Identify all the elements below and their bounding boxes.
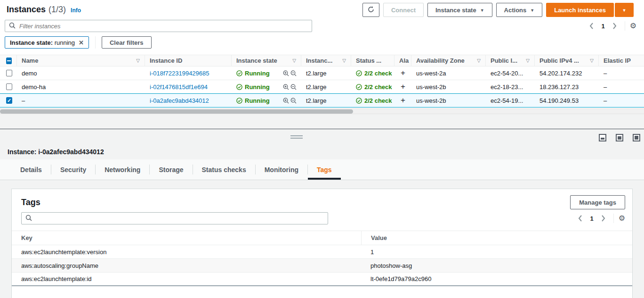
tab-storage[interactable]: Storage [150,159,192,180]
tab-tags[interactable]: Tags [308,159,341,180]
tags-table: Key Value aws:ec2launchtemplate:version … [12,231,632,286]
tags-search-input[interactable] [21,212,328,224]
horizontal-scrollbar[interactable] [0,108,644,114]
add-alarm-icon[interactable]: + [394,96,411,105]
tab-security[interactable]: Security [51,159,95,180]
zoom-in-icon[interactable] [283,84,289,90]
column-header-public-dns[interactable]: Public I...▽ [486,55,535,66]
filter-icon[interactable]: ▽ [136,58,140,63]
panel-resize-handle[interactable] [290,135,303,140]
filter-icon[interactable]: ▽ [526,58,530,63]
instance-id-link[interactable]: i-018f7223199429685 [150,70,209,77]
instances-pane: Instances (1/3) Info Connect Instance st… [0,0,644,129]
column-header-elastic-ip[interactable]: Elastic IP [599,55,644,66]
select-all-checkbox[interactable] [6,58,12,64]
column-header-instance-state[interactable]: Instance state▽ [232,55,301,66]
previous-page-button[interactable] [575,213,585,224]
next-page-button[interactable] [610,21,620,31]
instances-table-header: Name▽ Instance ID Instance state▽ Instan… [0,55,644,66]
check-circle-icon [356,98,362,104]
cell-name: demo-ha [17,83,145,91]
cell-public-ipv4: 18.236.127.23 [535,83,599,91]
scrollbar-thumb[interactable] [0,109,353,114]
row-checkbox[interactable]: ✓ [6,97,12,104]
actions-menu-label: Actions [504,7,527,14]
zoom-out-icon[interactable] [290,98,297,104]
table-row-selected[interactable]: ✓ – i-0a2afec9abd434012 Running t2.large… [0,93,644,108]
filter-icon[interactable]: ▽ [292,58,296,63]
cell-status-check: 2/2 check [364,70,392,77]
check-circle-icon [236,98,242,104]
chevron-down-icon: ▼ [480,8,484,13]
instances-table: Name▽ Instance ID Instance state▽ Instan… [0,55,644,108]
manage-tags-button[interactable]: Manage tags [570,195,625,209]
connect-button[interactable]: Connect [383,3,424,17]
panel-layout-bottom-icon[interactable] [599,134,606,141]
zoom-out-icon[interactable] [290,70,297,76]
column-header-public-ipv4[interactable]: Public IPv4 ...▽ [535,55,599,66]
add-alarm-icon[interactable]: + [394,68,411,78]
instance-state-menu-button[interactable]: Instance state ▼ [427,3,492,17]
instance-state-menu-label: Instance state [435,7,476,14]
column-header-alarm-status[interactable]: Ala [394,55,411,66]
preferences-gear-icon[interactable]: ⚙ [619,215,625,222]
check-circle-icon [236,84,242,90]
tag-row: aws:ec2launchtemplate:id lt-0efe1d79a79a… [12,273,632,286]
preferences-gear-icon[interactable]: ⚙ [630,22,636,30]
page-number[interactable]: 1 [599,23,606,30]
instance-id-link[interactable]: i-0a2afec9abd434012 [150,97,209,104]
check-circle-icon [236,70,242,76]
zoom-in-icon[interactable] [283,98,289,104]
refresh-button[interactable] [362,3,379,17]
detail-panel: Instance: i-0a2afec9abd434012 Details Se… [0,129,644,298]
add-alarm-icon[interactable]: + [394,82,411,91]
cell-public-dns: ec2-54-19... [486,97,535,104]
filter-icon[interactable]: ▽ [477,58,481,63]
page-number[interactable]: 1 [588,215,595,222]
tag-value: lt-0efe1d79a79a2c960 [361,275,632,282]
launch-instances-dropdown-button[interactable]: ▼ [615,3,634,17]
zoom-in-icon[interactable] [283,70,289,76]
filter-instances-input[interactable] [5,20,312,32]
cell-instance-state: Running [245,83,270,91]
row-checkbox[interactable] [6,70,12,76]
panel-layout-half-icon[interactable] [616,134,623,141]
cell-availability-zone: us-west-2a [411,70,486,77]
column-header-name[interactable]: Name▽ [17,55,145,66]
tab-details[interactable]: Details [11,159,51,180]
column-header-instance-type[interactable]: Instanc...▽ [301,55,351,66]
info-link[interactable]: Info [71,7,81,14]
tags-card: Tags Manage tags 1 ⚙ [11,189,633,298]
filter-icon[interactable]: ▽ [342,58,346,63]
clear-filters-button[interactable]: Clear filters [102,36,152,49]
column-header-status-check[interactable]: Status ... [351,55,394,66]
filter-icon[interactable]: ▽ [590,58,594,63]
cell-elastic-ip: – [599,83,644,91]
cell-elastic-ip: – [599,97,644,104]
remove-filter-icon[interactable]: ✕ [79,39,84,46]
next-page-button[interactable] [598,213,609,224]
tag-row: aws:ec2launchtemplate:version 1 [12,245,632,259]
column-header-availability-zone[interactable]: Availability Zone▽ [411,55,486,66]
previous-page-button[interactable] [586,21,596,31]
tab-status-checks[interactable]: Status checks [193,159,255,180]
launch-instances-button[interactable]: Launch instances [546,3,614,17]
cell-public-dns: ec2-18-23... [486,83,535,91]
actions-menu-button[interactable]: Actions ▼ [496,3,543,17]
cell-public-dns: ec2-54-20... [486,70,535,77]
table-row[interactable]: demo-ha i-02f1476815df1e694 Running t2.l… [0,80,644,94]
tab-monitoring[interactable]: Monitoring [256,159,307,180]
divider [95,36,96,49]
chevron-down-icon: ▼ [622,8,627,13]
zoom-out-icon[interactable] [290,84,297,90]
panel-layout-full-icon[interactable] [633,134,640,141]
column-header-instance-id[interactable]: Instance ID [145,55,232,66]
tag-key: aws:ec2launchtemplate:version [12,248,361,256]
tab-networking[interactable]: Networking [96,159,149,180]
instance-id-link[interactable]: i-02f1476815df1e694 [150,83,208,91]
divider [625,21,625,31]
row-checkbox[interactable] [6,83,12,90]
table-row[interactable]: demo i-018f7223199429685 Running t2.larg… [0,66,644,80]
cell-public-ipv4: 54.190.249.53 [535,97,599,104]
filter-chip-value: running [55,39,75,46]
